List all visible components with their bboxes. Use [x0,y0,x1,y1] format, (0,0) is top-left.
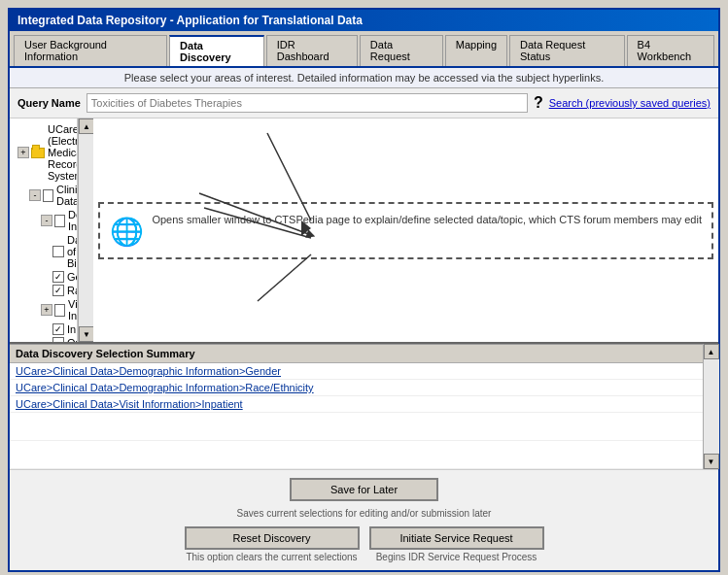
action-section: Save for Later Saves current selections … [10,469,718,570]
scroll-down[interactable]: ▼ [79,326,94,342]
checkbox-dob[interactable] [52,246,64,257]
initiate-group: Initiate Service Request Begins IDR Serv… [369,526,544,562]
summary-row-1[interactable]: UCare>Clinical Data>Demographic Informat… [10,380,703,396]
tree-item-visit[interactable]: + Visit Information [41,297,73,322]
search-link[interactable]: Search (previously saved queries) [549,97,711,109]
tree-scrollbar[interactable]: ▲ ▼ [78,118,93,342]
doc-icon-visit [54,304,65,317]
summary-row-empty-2 [10,441,703,469]
globe-icon: 🌐 [110,216,144,248]
reset-group: Reset Discovery This option clears the c… [185,526,360,562]
tab-data-discovery[interactable]: Data Discovery [169,35,264,66]
tree-label-gender: Gender [67,271,78,283]
tab-data-request-status[interactable]: Data Request Status [509,35,625,66]
summary-wrapper: Data Discovery Selection Summary UCare>C… [10,344,718,469]
tab-user-background[interactable]: User Background Information [14,35,167,66]
tab-data-request[interactable]: Data Request [360,35,443,66]
tree-label-ucare: UCare (Electronic Medical Record System) [48,123,78,182]
tree-label-clinical: Clinical Data [56,184,78,207]
help-icon[interactable]: ? [534,94,543,112]
expander-visit[interactable]: + [41,304,52,316]
reset-button[interactable]: Reset Discovery [185,526,360,550]
summary-header-text: Data Discovery Selection Summary [16,348,195,359]
tree-label-race: Race/Ethnicity [67,285,78,296]
tree-item-race[interactable]: ✓ Race/Ethnicity [52,284,73,297]
tree-label-outpatient: Outpatient [67,337,78,342]
expander-ucare[interactable]: + [17,147,29,158]
main-content: + UCare (Electronic Medical Record Syste… [10,118,718,342]
tree-label-dob: Date of Birth [67,234,78,269]
summary-scroll-down[interactable]: ▼ [704,454,719,469]
save-button[interactable]: Save for Later [290,478,438,501]
summary-row-empty-1 [10,413,703,441]
tree-item-inpatient[interactable]: ✓ Inpatient [52,322,73,336]
expander-clinical[interactable]: - [29,189,41,201]
scroll-track [79,134,94,326]
tabs-bar: User Background Information Data Discove… [10,31,718,68]
info-pane: 🌐 Opens smaller window to CTSPedia page … [98,202,713,259]
main-window: Integrated Data Repository - Application… [8,8,720,572]
query-input[interactable] [87,93,528,113]
initiate-desc: Begins IDR Service Request Process [369,552,544,562]
initiate-button[interactable]: Initiate Service Request [369,526,544,550]
summary-header: Data Discovery Selection Summary [10,344,703,363]
folder-icon-ucare [31,148,45,158]
checkbox-outpatient[interactable] [52,337,64,342]
info-pane-text: Opens smaller window to CTSPedia page to… [152,214,702,225]
tree-item-ucare[interactable]: + UCare (Electronic Medical Record Syste… [17,122,73,183]
tree-item-dob[interactable]: Date of Birth [52,233,73,270]
tree-pane: + UCare (Electronic Medical Record Syste… [10,118,78,342]
summary-scroll-track [704,359,719,454]
checkbox-inpatient[interactable]: ✓ [52,323,64,335]
tab-b4-workbench[interactable]: B4 Workbench [627,35,714,66]
summary-scrollbar[interactable]: ▲ ▼ [703,344,718,469]
reset-desc: This option clears the current selection… [185,552,360,562]
bottom-buttons: Reset Discovery This option clears the c… [17,526,711,562]
summary-row-0[interactable]: UCare>Clinical Data>Demographic Informat… [10,363,703,380]
summary-content: Data Discovery Selection Summary UCare>C… [10,344,703,469]
scroll-up[interactable]: ▲ [79,118,94,134]
tree-item-outpatient[interactable]: Outpatient [52,336,73,342]
info-bar: Please select your areas of interest. De… [10,68,718,88]
checkbox-race[interactable]: ✓ [52,285,64,296]
query-bar: Query Name ? Search (previously saved qu… [10,88,718,118]
tree-item-demographic[interactable]: - Demographic Information [41,208,73,233]
title-bar: Integrated Data Repository - Application… [10,10,718,31]
query-label: Query Name [17,97,81,109]
summary-row-2[interactable]: UCare>Clinical Data>Visit Information>In… [10,396,703,413]
tree-label-demographic: Demographic Information [68,209,78,232]
expander-demographic[interactable]: - [41,215,52,226]
tree-label-visit: Visit Information [68,298,78,321]
tab-idr-dashboard[interactable]: IDR Dashboard [266,35,358,66]
doc-icon-demographic [54,215,65,227]
checkbox-gender[interactable]: ✓ [52,271,64,283]
summary-section: Data Discovery Selection Summary UCare>C… [10,342,718,469]
tab-mapping[interactable]: Mapping [445,35,507,66]
doc-icon-clinical [43,189,53,202]
app-title: Integrated Data Repository - Application… [17,14,363,27]
summary-scroll-up[interactable]: ▲ [704,344,719,359]
tree-item-gender[interactable]: ✓ Gender [52,270,73,284]
save-desc: Saves current selections for editing and… [17,508,711,519]
tree-label-inpatient: Inpatient [67,323,78,335]
tree-item-clinical[interactable]: - Clinical Data [29,183,73,208]
